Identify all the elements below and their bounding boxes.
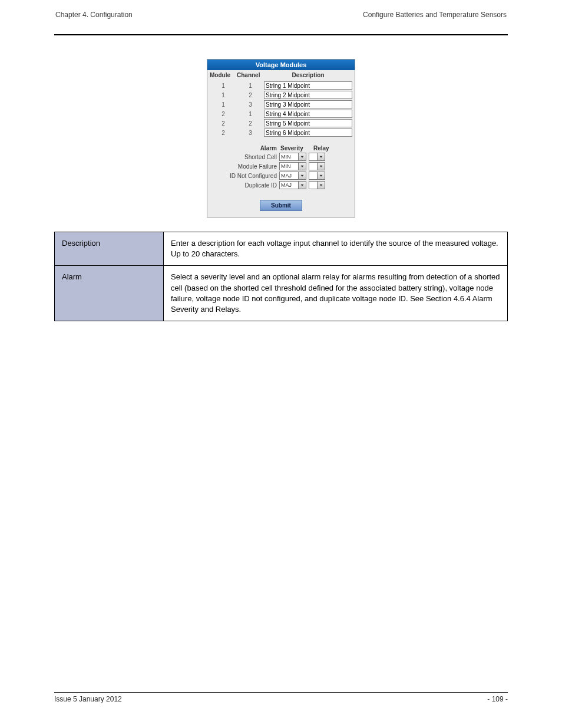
channel-cell: 1 bbox=[237, 83, 264, 89]
header-rule bbox=[54, 34, 508, 35]
channel-cell: 1 bbox=[237, 111, 264, 117]
chevron-down-icon bbox=[317, 182, 325, 189]
footer-rule bbox=[54, 692, 508, 693]
table-row: 23 bbox=[210, 129, 352, 137]
alarm-header-relay: Relay bbox=[313, 145, 333, 151]
module-cell: 2 bbox=[210, 111, 237, 117]
module-cell: 1 bbox=[210, 92, 237, 98]
panel-title: Voltage Modules bbox=[207, 60, 355, 70]
submit-button[interactable]: Submit bbox=[260, 200, 302, 211]
alarm-row: ID Not ConfiguredMAJ bbox=[212, 172, 350, 180]
alarm-header-alarm: Alarm bbox=[212, 145, 280, 151]
chevron-down-icon bbox=[317, 153, 325, 160]
alarm-header-severity: Severity bbox=[280, 145, 313, 151]
alarm-name: ID Not Configured bbox=[212, 173, 279, 179]
chevron-down-icon bbox=[317, 163, 325, 170]
severity-select[interactable]: MAJ bbox=[279, 181, 306, 189]
relay-select[interactable] bbox=[309, 153, 325, 161]
svg-marker-1 bbox=[320, 156, 323, 158]
table-row: 22 bbox=[210, 119, 352, 127]
relay-select[interactable] bbox=[309, 181, 325, 189]
alarm-row: Duplicate IDMAJ bbox=[212, 181, 350, 189]
channel-cell: 2 bbox=[237, 120, 264, 127]
table-row: 21 bbox=[210, 110, 352, 118]
chevron-down-icon bbox=[298, 163, 306, 170]
relay-select[interactable] bbox=[309, 162, 325, 170]
description-input[interactable] bbox=[264, 100, 352, 108]
relay-select[interactable] bbox=[309, 172, 325, 180]
footer-page: - 109 - bbox=[487, 695, 508, 703]
definition-term: Description bbox=[55, 232, 164, 266]
svg-marker-0 bbox=[301, 156, 304, 158]
chevron-down-icon bbox=[298, 182, 306, 189]
alarm-name: Module Failure bbox=[212, 163, 279, 170]
definition-text: Enter a description for each voltage inp… bbox=[164, 232, 508, 266]
table-row: 11 bbox=[210, 81, 352, 90]
channel-cell: 2 bbox=[237, 92, 264, 98]
description-input[interactable] bbox=[264, 110, 352, 118]
alarm-row: Shorted CellMIN bbox=[212, 153, 350, 161]
severity-value: MAJ bbox=[280, 182, 298, 189]
col-description: Description bbox=[264, 72, 352, 78]
chevron-down-icon bbox=[317, 172, 325, 179]
definition-row: AlarmSelect a severity level and an opti… bbox=[55, 266, 508, 321]
module-cell: 2 bbox=[210, 130, 237, 136]
module-cell: 1 bbox=[210, 101, 237, 108]
svg-marker-5 bbox=[320, 175, 323, 177]
svg-marker-3 bbox=[320, 166, 323, 167]
definition-text: Select a severity level and an optional … bbox=[164, 266, 508, 321]
table-row: 13 bbox=[210, 100, 352, 108]
header-chapter: Chapter 4. Configuration bbox=[55, 11, 133, 19]
description-input[interactable] bbox=[264, 91, 352, 99]
definition-term: Alarm bbox=[55, 266, 164, 321]
definition-row: DescriptionEnter a description for each … bbox=[55, 232, 508, 266]
alarm-name: Duplicate ID bbox=[212, 182, 279, 189]
svg-marker-2 bbox=[301, 166, 304, 167]
svg-marker-6 bbox=[301, 185, 304, 186]
severity-value: MIN bbox=[280, 153, 298, 160]
col-channel: Channel bbox=[237, 72, 264, 78]
module-cell: 2 bbox=[210, 120, 237, 127]
table-header: Module Channel Description bbox=[207, 70, 355, 80]
severity-value: MIN bbox=[280, 163, 298, 170]
chevron-down-icon bbox=[298, 172, 306, 179]
description-input[interactable] bbox=[264, 129, 352, 137]
alarm-name: Shorted Cell bbox=[212, 154, 279, 160]
description-input[interactable] bbox=[264, 81, 352, 90]
description-input[interactable] bbox=[264, 119, 352, 127]
channel-cell: 3 bbox=[237, 101, 264, 108]
chevron-down-icon bbox=[298, 153, 306, 160]
header-section: Configure Batteries and Temperature Sens… bbox=[363, 11, 507, 19]
definitions-table: DescriptionEnter a description for each … bbox=[54, 232, 508, 321]
table-row: 12 bbox=[210, 91, 352, 99]
severity-select[interactable]: MIN bbox=[279, 162, 306, 170]
severity-select[interactable]: MIN bbox=[279, 153, 306, 161]
svg-marker-7 bbox=[320, 185, 323, 186]
severity-select[interactable]: MAJ bbox=[279, 172, 306, 180]
col-module: Module bbox=[210, 72, 237, 78]
channel-cell: 3 bbox=[237, 130, 264, 136]
voltage-modules-panel: Voltage Modules Module Channel Descripti… bbox=[207, 59, 355, 218]
alarm-row: Module FailureMIN bbox=[212, 162, 350, 170]
module-cell: 1 bbox=[210, 83, 237, 89]
severity-value: MAJ bbox=[280, 172, 298, 179]
footer-issue: Issue 5 January 2012 bbox=[54, 695, 122, 703]
svg-marker-4 bbox=[301, 175, 304, 177]
